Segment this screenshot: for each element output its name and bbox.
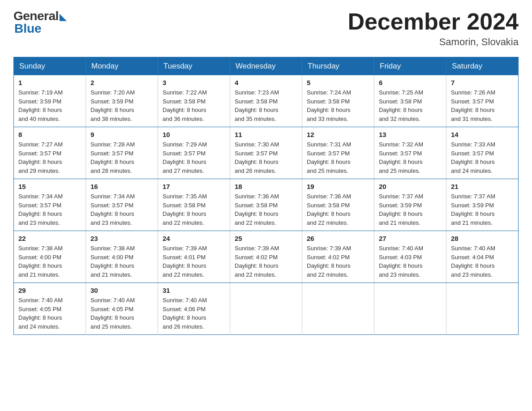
- day-cell: 3 Sunrise: 7:22 AM Sunset: 3:58 PM Dayli…: [158, 75, 230, 127]
- day-number: 6: [379, 79, 442, 86]
- day-info: Sunrise: 7:37 AM Sunset: 3:59 PM Dayligh…: [451, 192, 514, 227]
- weekday-header-tuesday: Tuesday: [158, 57, 230, 76]
- day-info: Sunrise: 7:31 AM Sunset: 3:57 PM Dayligh…: [307, 140, 369, 175]
- day-info: Sunrise: 7:29 AM Sunset: 3:57 PM Dayligh…: [163, 140, 225, 175]
- day-cell: 14 Sunrise: 7:33 AM Sunset: 3:57 PM Dayl…: [446, 127, 519, 179]
- day-info: Sunrise: 7:40 AM Sunset: 4:04 PM Dayligh…: [451, 244, 514, 279]
- week-row-4: 22 Sunrise: 7:38 AM Sunset: 4:00 PM Dayl…: [14, 231, 519, 283]
- day-number: 28: [451, 235, 514, 242]
- day-cell: 7 Sunrise: 7:26 AM Sunset: 3:57 PM Dayli…: [446, 75, 519, 127]
- day-number: 19: [307, 183, 369, 190]
- weekday-header-thursday: Thursday: [302, 57, 374, 76]
- day-info: Sunrise: 7:23 AM Sunset: 3:58 PM Dayligh…: [235, 88, 297, 123]
- day-number: 21: [451, 183, 514, 190]
- week-row-1: 1 Sunrise: 7:19 AM Sunset: 3:59 PM Dayli…: [14, 75, 519, 127]
- day-number: 31: [163, 287, 225, 294]
- day-cell: 29 Sunrise: 7:40 AM Sunset: 4:05 PM Dayl…: [14, 283, 86, 335]
- day-number: 5: [307, 79, 369, 86]
- day-info: Sunrise: 7:37 AM Sunset: 3:59 PM Dayligh…: [379, 192, 442, 227]
- day-info: Sunrise: 7:32 AM Sunset: 3:57 PM Dayligh…: [379, 140, 442, 175]
- day-cell: 4 Sunrise: 7:23 AM Sunset: 3:58 PM Dayli…: [230, 75, 302, 127]
- day-cell: 12 Sunrise: 7:31 AM Sunset: 3:57 PM Dayl…: [302, 127, 374, 179]
- day-cell: 2 Sunrise: 7:20 AM Sunset: 3:59 PM Dayli…: [86, 75, 158, 127]
- day-number: 7: [451, 79, 514, 86]
- week-row-2: 8 Sunrise: 7:27 AM Sunset: 3:57 PM Dayli…: [14, 127, 519, 179]
- day-info: Sunrise: 7:39 AM Sunset: 4:02 PM Dayligh…: [235, 244, 297, 279]
- day-info: Sunrise: 7:30 AM Sunset: 3:57 PM Dayligh…: [235, 140, 297, 175]
- day-cell: 17 Sunrise: 7:35 AM Sunset: 3:58 PM Dayl…: [158, 179, 230, 231]
- weekday-header-sunday: Sunday: [14, 57, 86, 76]
- day-cell: [374, 283, 446, 335]
- day-number: 26: [307, 235, 369, 242]
- day-cell: 20 Sunrise: 7:37 AM Sunset: 3:59 PM Dayl…: [374, 179, 446, 231]
- day-number: 1: [18, 79, 81, 86]
- day-cell: 25 Sunrise: 7:39 AM Sunset: 4:02 PM Dayl…: [230, 231, 302, 283]
- day-info: Sunrise: 7:40 AM Sunset: 4:06 PM Dayligh…: [163, 296, 225, 331]
- day-number: 23: [90, 235, 153, 242]
- day-number: 18: [235, 183, 297, 190]
- day-info: Sunrise: 7:40 AM Sunset: 4:03 PM Dayligh…: [379, 244, 442, 279]
- day-cell: 31 Sunrise: 7:40 AM Sunset: 4:06 PM Dayl…: [158, 283, 230, 335]
- day-info: Sunrise: 7:36 AM Sunset: 3:58 PM Dayligh…: [307, 192, 369, 227]
- day-cell: 22 Sunrise: 7:38 AM Sunset: 4:00 PM Dayl…: [14, 231, 86, 283]
- day-info: Sunrise: 7:34 AM Sunset: 3:57 PM Dayligh…: [90, 192, 153, 227]
- day-cell: 18 Sunrise: 7:36 AM Sunset: 3:58 PM Dayl…: [230, 179, 302, 231]
- day-number: 12: [307, 131, 369, 138]
- day-info: Sunrise: 7:39 AM Sunset: 4:01 PM Dayligh…: [163, 244, 225, 279]
- location: Samorin, Slovakia: [348, 36, 519, 48]
- day-info: Sunrise: 7:36 AM Sunset: 3:58 PM Dayligh…: [235, 192, 297, 227]
- day-cell: 27 Sunrise: 7:40 AM Sunset: 4:03 PM Dayl…: [374, 231, 446, 283]
- calendar-table: SundayMondayTuesdayWednesdayThursdayFrid…: [13, 57, 519, 335]
- day-number: 13: [379, 131, 442, 138]
- day-cell: 19 Sunrise: 7:36 AM Sunset: 3:58 PM Dayl…: [302, 179, 374, 231]
- day-number: 29: [18, 287, 81, 294]
- day-number: 2: [90, 79, 153, 86]
- day-cell: [302, 283, 374, 335]
- day-cell: [230, 283, 302, 335]
- day-cell: 23 Sunrise: 7:38 AM Sunset: 4:00 PM Dayl…: [86, 231, 158, 283]
- day-info: Sunrise: 7:19 AM Sunset: 3:59 PM Dayligh…: [18, 88, 81, 123]
- week-row-3: 15 Sunrise: 7:34 AM Sunset: 3:57 PM Dayl…: [14, 179, 519, 231]
- day-number: 3: [163, 79, 225, 86]
- day-cell: 11 Sunrise: 7:30 AM Sunset: 3:57 PM Dayl…: [230, 127, 302, 179]
- day-number: 22: [18, 235, 81, 242]
- day-number: 4: [235, 79, 297, 86]
- day-info: Sunrise: 7:34 AM Sunset: 3:57 PM Dayligh…: [18, 192, 81, 227]
- day-info: Sunrise: 7:35 AM Sunset: 3:58 PM Dayligh…: [163, 192, 225, 227]
- day-cell: 8 Sunrise: 7:27 AM Sunset: 3:57 PM Dayli…: [14, 127, 86, 179]
- day-cell: 16 Sunrise: 7:34 AM Sunset: 3:57 PM Dayl…: [86, 179, 158, 231]
- day-cell: 28 Sunrise: 7:40 AM Sunset: 4:04 PM Dayl…: [446, 231, 519, 283]
- day-info: Sunrise: 7:28 AM Sunset: 3:57 PM Dayligh…: [90, 140, 153, 175]
- day-info: Sunrise: 7:39 AM Sunset: 4:02 PM Dayligh…: [307, 244, 369, 279]
- day-info: Sunrise: 7:38 AM Sunset: 4:00 PM Dayligh…: [18, 244, 81, 279]
- day-number: 16: [90, 183, 153, 190]
- weekday-header-friday: Friday: [374, 57, 446, 76]
- day-cell: 24 Sunrise: 7:39 AM Sunset: 4:01 PM Dayl…: [158, 231, 230, 283]
- day-number: 8: [18, 131, 81, 138]
- day-info: Sunrise: 7:40 AM Sunset: 4:05 PM Dayligh…: [18, 296, 81, 331]
- day-cell: 26 Sunrise: 7:39 AM Sunset: 4:02 PM Dayl…: [302, 231, 374, 283]
- day-cell: 30 Sunrise: 7:40 AM Sunset: 4:05 PM Dayl…: [86, 283, 158, 335]
- day-cell: 5 Sunrise: 7:24 AM Sunset: 3:58 PM Dayli…: [302, 75, 374, 127]
- day-number: 30: [90, 287, 153, 294]
- day-cell: [446, 283, 519, 335]
- day-number: 20: [379, 183, 442, 190]
- day-cell: 15 Sunrise: 7:34 AM Sunset: 3:57 PM Dayl…: [14, 179, 86, 231]
- day-number: 24: [163, 235, 225, 242]
- weekday-header-row: SundayMondayTuesdayWednesdayThursdayFrid…: [14, 57, 519, 76]
- day-cell: 1 Sunrise: 7:19 AM Sunset: 3:59 PM Dayli…: [14, 75, 86, 127]
- weekday-header-wednesday: Wednesday: [230, 57, 302, 76]
- logo-arrow-icon: [60, 14, 67, 21]
- logo: General Blue: [13, 9, 67, 36]
- day-info: Sunrise: 7:40 AM Sunset: 4:05 PM Dayligh…: [90, 296, 153, 331]
- day-number: 17: [163, 183, 225, 190]
- title-section: December 2024 Samorin, Slovakia: [348, 9, 519, 48]
- day-info: Sunrise: 7:20 AM Sunset: 3:59 PM Dayligh…: [90, 88, 153, 123]
- day-info: Sunrise: 7:22 AM Sunset: 3:58 PM Dayligh…: [163, 88, 225, 123]
- day-number: 11: [235, 131, 297, 138]
- day-info: Sunrise: 7:26 AM Sunset: 3:57 PM Dayligh…: [451, 88, 514, 123]
- week-row-5: 29 Sunrise: 7:40 AM Sunset: 4:05 PM Dayl…: [14, 283, 519, 335]
- day-number: 14: [451, 131, 514, 138]
- day-number: 15: [18, 183, 81, 190]
- day-cell: 21 Sunrise: 7:37 AM Sunset: 3:59 PM Dayl…: [446, 179, 519, 231]
